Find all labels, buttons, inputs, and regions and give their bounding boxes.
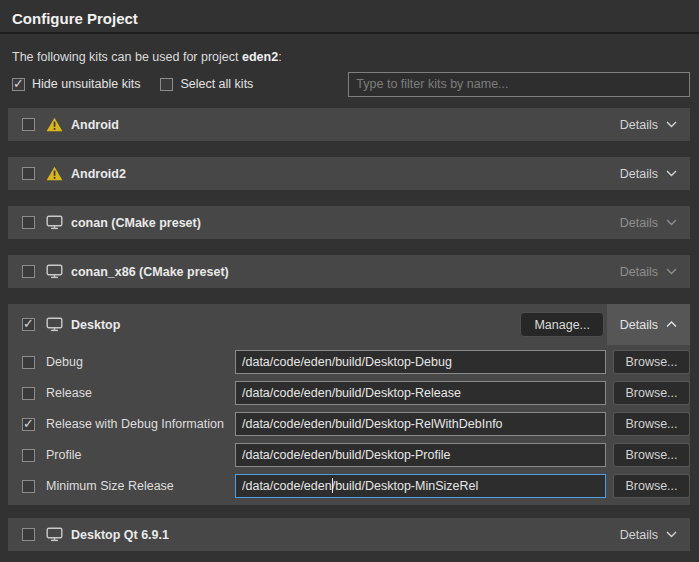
chevron-down-icon (666, 121, 677, 128)
browse-button[interactable]: Browse... (613, 443, 690, 467)
build-config-row-release: Release Browse... (8, 381, 690, 405)
kit-name: Desktop Qt 6.9.1 (71, 528, 169, 542)
kit-row-conan-x86: conan_x86 (CMake preset) Details (8, 255, 690, 288)
kit-name: Desktop (71, 318, 120, 332)
config-label: Release (46, 386, 92, 400)
kit-row-conan: conan (CMake preset) Details (8, 206, 690, 239)
build-dir-input-debug[interactable] (235, 350, 606, 374)
build-config-row-relwithdebinfo: Release with Debug Information Browse... (8, 412, 690, 436)
build-dir-input-minsizerel[interactable] (235, 474, 606, 498)
kit-checkbox[interactable] (22, 118, 35, 131)
config-checkbox[interactable] (22, 480, 35, 493)
kit-row-android2: Android2 Details (8, 157, 690, 190)
text-cursor (332, 478, 333, 493)
kit-name: Android2 (71, 167, 126, 181)
select-all-kits-checkbox[interactable]: Select all kits (160, 77, 253, 91)
chevron-down-icon (666, 531, 677, 538)
build-config-row-profile: Profile Browse... (8, 443, 690, 467)
configure-project-page: Configure Project The following kits can… (0, 0, 699, 562)
build-dir-input-release[interactable] (235, 381, 606, 405)
chevron-down-icon (666, 170, 677, 177)
details-toggle[interactable]: Details (607, 304, 690, 345)
build-dir-input-relwithdebinfo[interactable] (235, 412, 606, 436)
browse-button[interactable]: Browse... (613, 474, 690, 498)
kit-filter-controls: Hide unsuitable kits Select all kits (12, 71, 690, 97)
config-label: Release with Debug Information (46, 417, 224, 431)
config-checkbox[interactable] (22, 387, 35, 400)
warning-icon (46, 117, 63, 133)
intro-text: The following kits can be used for proje… (12, 50, 282, 64)
checkbox-icon[interactable] (12, 78, 25, 91)
kit-checkbox[interactable] (22, 265, 35, 278)
kit-checkbox[interactable] (22, 216, 35, 229)
chevron-down-icon (666, 219, 677, 226)
warning-icon (46, 166, 63, 182)
kit-name: conan_x86 (CMake preset) (71, 265, 229, 279)
kit-name: conan (CMake preset) (71, 216, 201, 230)
desktop-monitor-icon (46, 215, 63, 231)
config-label: Profile (46, 448, 81, 462)
config-checkbox[interactable] (22, 418, 35, 431)
desktop-monitor-icon (46, 317, 63, 333)
browse-button[interactable]: Browse... (613, 350, 690, 374)
kit-checkbox[interactable] (22, 318, 35, 331)
chevron-down-icon (666, 268, 677, 275)
project-name: eden2 (242, 50, 278, 64)
select-all-kits-label: Select all kits (180, 77, 253, 91)
config-checkbox[interactable] (22, 449, 35, 462)
details-toggle[interactable]: Details (607, 157, 690, 190)
details-toggle[interactable]: Details (607, 518, 690, 551)
details-toggle[interactable]: Details (607, 255, 690, 288)
kit-row-android: Android Details (8, 108, 690, 141)
kit-checkbox[interactable] (22, 528, 35, 541)
config-checkbox[interactable] (22, 356, 35, 369)
kit-name: Android (71, 118, 119, 132)
build-config-row-minsizerel: Minimum Size Release Browse... (8, 474, 690, 498)
build-dir-input-profile[interactable] (235, 443, 606, 467)
browse-button[interactable]: Browse... (613, 412, 690, 436)
kit-checkbox[interactable] (22, 167, 35, 180)
hide-unsuitable-kits-label: Hide unsuitable kits (32, 77, 140, 91)
browse-button[interactable]: Browse... (613, 381, 690, 405)
kit-filter-input[interactable] (348, 72, 690, 97)
kit-row-desktop: Desktop Manage... Details Debug Browse..… (8, 304, 690, 505)
checkbox-icon[interactable] (160, 78, 173, 91)
hide-unsuitable-kits-checkbox[interactable]: Hide unsuitable kits (12, 77, 140, 91)
desktop-monitor-icon (46, 527, 63, 543)
details-toggle[interactable]: Details (607, 206, 690, 239)
page-title: Configure Project (12, 10, 138, 27)
config-label: Debug (46, 355, 83, 369)
build-config-row-debug: Debug Browse... (8, 350, 690, 374)
details-toggle[interactable]: Details (607, 108, 690, 141)
desktop-monitor-icon (46, 264, 63, 280)
title-separator (0, 32, 699, 34)
config-label: Minimum Size Release (46, 479, 174, 493)
manage-kits-button[interactable]: Manage... (520, 312, 604, 337)
kit-row-desktop-qt: Desktop Qt 6.9.1 Details (8, 518, 690, 551)
chevron-up-icon (666, 321, 677, 328)
